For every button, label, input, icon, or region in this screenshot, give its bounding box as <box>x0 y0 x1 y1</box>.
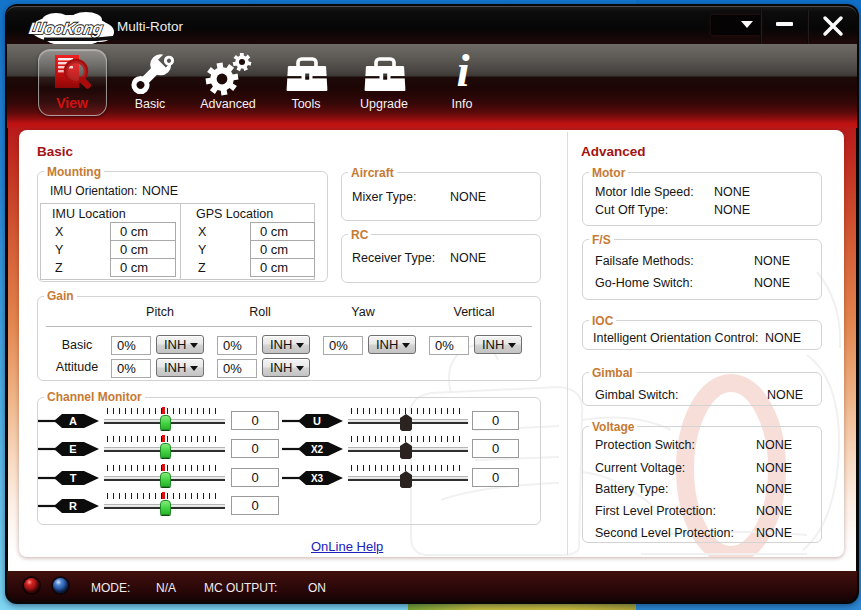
svg-text:A: A <box>69 415 77 427</box>
svg-text:U: U <box>313 415 321 427</box>
svg-text:R: R <box>69 500 77 512</box>
svg-text:X3: X3 <box>311 473 324 484</box>
svg-text:E: E <box>69 443 76 455</box>
svg-text:ШooKong: ШooKong <box>28 20 104 39</box>
svg-text:X2: X2 <box>311 444 324 455</box>
svg-text:T: T <box>70 472 77 484</box>
